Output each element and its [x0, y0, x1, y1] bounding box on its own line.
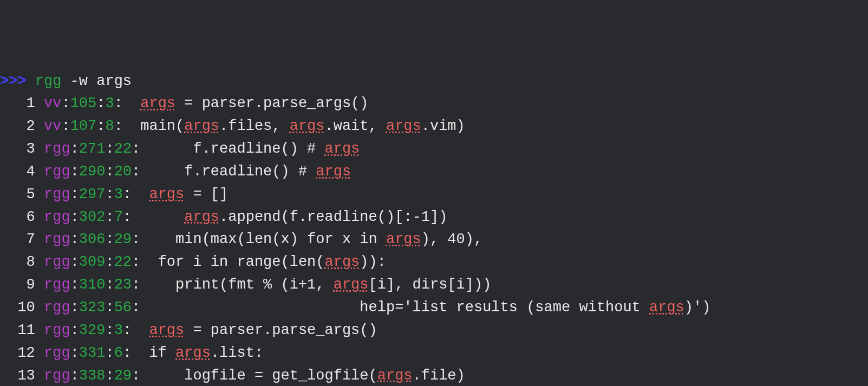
separator: :: [70, 254, 79, 270]
result-file: vv: [44, 95, 61, 112]
result-line: 105: [70, 95, 97, 112]
code-text: [i], dirs[i])): [369, 277, 492, 293]
result-index: 2: [0, 118, 44, 134]
match-highlight: args: [649, 299, 684, 316]
result-row[interactable]: 5 rgg:297:3: args = []: [0, 184, 868, 206]
result-row[interactable]: 3 rgg:271:22: f.readline() # args: [0, 138, 868, 161]
result-file: rgg: [44, 254, 70, 270]
prompt-symbol: >>>: [0, 73, 35, 89]
result-col: 3: [114, 322, 123, 338]
command-args: -w args: [61, 73, 132, 89]
separator: :: [70, 231, 79, 247]
result-row[interactable]: 12 rgg:331:6: if args.list:: [0, 342, 868, 365]
result-line: 290: [79, 163, 106, 180]
code-text: min(max(len(x) for x in: [149, 231, 386, 247]
result-row[interactable]: 2 vv:107:8: main(args.files, args.wait, …: [0, 115, 868, 138]
code-text: f.readline() #: [149, 141, 324, 157]
result-index: 4: [0, 163, 44, 180]
separator: :: [96, 118, 105, 134]
match-highlight: args: [334, 277, 369, 293]
code-text: print(fmt % (i+1,: [149, 277, 333, 293]
result-row[interactable]: 1 vv:105:3: args = parser.parse_args(): [0, 93, 868, 115]
result-col: 8: [105, 118, 114, 134]
result-line: 297: [79, 186, 106, 202]
code-text: .file): [413, 368, 465, 384]
match-highlight: args: [149, 322, 184, 338]
separator: :: [70, 299, 79, 316]
result-row[interactable]: 6 rgg:302:7: args.append(f.readline()[:-…: [0, 206, 868, 229]
result-line: 323: [79, 299, 106, 316]
result-row[interactable]: 13 rgg:338:29: logfile = get_logfile(arg…: [0, 365, 868, 387]
separator: :: [105, 186, 114, 202]
result-file: rgg: [44, 209, 70, 225]
match-highlight: args: [184, 118, 219, 134]
result-col: 29: [114, 368, 132, 384]
result-line: 338: [79, 368, 106, 384]
separator: :: [105, 345, 114, 361]
result-row[interactable]: 8 rgg:309:22: for i in range(len(args)):: [0, 251, 868, 274]
separator: :: [105, 368, 114, 384]
result-col: 6: [114, 345, 123, 361]
code-text: help='list results (same without: [149, 299, 649, 316]
code-text: = parser.parse_args(): [184, 322, 377, 338]
code-text: .files,: [219, 118, 290, 134]
code-text: f.readline() #: [149, 163, 316, 180]
separator: :: [61, 95, 70, 112]
result-file: rgg: [44, 141, 70, 157]
result-row[interactable]: 9 rgg:310:23: print(fmt % (i+1, args[i],…: [0, 274, 868, 297]
code-text: [149, 209, 184, 225]
result-line: 271: [79, 141, 106, 157]
separator: :: [70, 163, 79, 180]
separator: :: [114, 95, 132, 112]
code-text: = parser.parse_args(): [175, 95, 368, 112]
separator: :: [70, 209, 79, 225]
code-text: .vim): [421, 118, 465, 134]
result-index: 9: [0, 277, 44, 293]
code-indent: [140, 345, 149, 361]
result-index: 5: [0, 186, 44, 202]
code-indent: [132, 95, 140, 112]
result-row[interactable]: 7 rgg:306:29: min(max(len(x) for x in ar…: [0, 228, 868, 251]
separator: :: [132, 368, 149, 384]
result-col: 29: [114, 231, 132, 247]
result-file: rgg: [44, 322, 70, 338]
result-line: 309: [79, 254, 106, 270]
separator: :: [70, 368, 79, 384]
result-col: 23: [114, 277, 132, 293]
terminal-output[interactable]: >>> rgg -w args 1 vv:105:3: args = parse…: [0, 70, 868, 386]
result-line: 329: [79, 322, 106, 338]
code-text: ), 40),: [421, 231, 482, 247]
result-col: 7: [114, 209, 123, 225]
match-highlight: args: [140, 95, 175, 112]
result-index: 8: [0, 254, 44, 270]
code-text: )'): [684, 299, 711, 316]
result-index: 1: [0, 95, 44, 112]
result-row[interactable]: 4 rgg:290:20: f.readline() # args: [0, 161, 868, 184]
separator: :: [114, 118, 132, 134]
result-file: vv: [44, 118, 61, 134]
result-file: rgg: [44, 345, 70, 361]
result-line: 310: [79, 277, 106, 293]
result-line: 302: [79, 209, 106, 225]
result-index: 13: [0, 368, 44, 384]
separator: :: [123, 345, 140, 361]
separator: :: [105, 254, 114, 270]
result-col: 56: [114, 299, 132, 316]
match-highlight: args: [184, 209, 219, 225]
command-name: rgg: [35, 73, 62, 89]
code-indent: [132, 118, 140, 134]
result-col: 3: [105, 95, 114, 112]
result-row[interactable]: 10 rgg:323:56: help='list results (same …: [0, 297, 868, 319]
separator: :: [70, 345, 79, 361]
result-file: rgg: [44, 231, 70, 247]
match-highlight: args: [325, 141, 360, 157]
match-highlight: args: [316, 163, 351, 180]
result-row[interactable]: 11 rgg:329:3: args = parser.parse_args(): [0, 319, 868, 342]
match-highlight: args: [149, 186, 184, 202]
result-col: 3: [114, 186, 123, 202]
prompt-line[interactable]: >>> rgg -w args: [0, 70, 868, 93]
separator: :: [70, 186, 79, 202]
code-text: logfile = get_logfile(: [149, 368, 377, 384]
separator: :: [132, 141, 149, 157]
result-line: 331: [79, 345, 106, 361]
